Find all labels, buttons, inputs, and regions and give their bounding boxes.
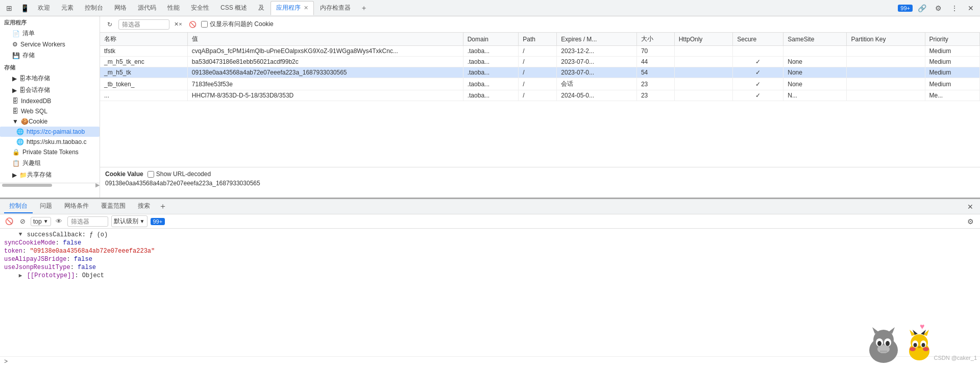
sidebar-hscroll[interactable]: ▶ — [0, 183, 100, 187]
table-cell: ba53d0473186e81ebb56021acdf99b2c — [187, 57, 463, 67]
console-line-text: token: "09138e0aa43568a4ab72e07eeefa223a… — [4, 248, 155, 255]
table-cell: ✓ — [733, 57, 783, 67]
tab-security[interactable]: 安全性 — [186, 1, 214, 15]
add-tab-icon[interactable]: ＋ — [357, 1, 371, 15]
tab-memory-inspector[interactable]: 内存检查器 — [315, 1, 356, 15]
table-row[interactable]: _tb_token_7183fee53f53e.taoba.../会话23✓No… — [100, 78, 980, 90]
expand-icon[interactable] — [19, 272, 25, 279]
cookie-expand-icon: ▼ — [12, 118, 18, 125]
console-filter-toggle[interactable]: ⊘ — [17, 216, 28, 227]
cv-title: Cookie Value — [105, 170, 143, 178]
clear-filter-icon[interactable]: ✕× — [173, 19, 184, 30]
tab-console-bottom[interactable]: 控制台 — [4, 200, 33, 213]
close-devtools-icon[interactable]: ✕ — [964, 1, 978, 15]
table-row[interactable]: tfstkcvqABpaOs_fcPM1i4mQlb-uPneEOalpxsKG… — [100, 46, 980, 57]
sidebar-item-local-storage[interactable]: ▶ 🗄 本地存储 — [0, 72, 100, 84]
console-line-text: useJsonpResultType: false — [4, 264, 96, 271]
sidebar-item-session-storage[interactable]: ▶ 🗄 会话存储 — [0, 84, 100, 96]
svg-point-5 — [886, 341, 890, 346]
svg-point-4 — [877, 341, 881, 346]
table-cell — [674, 57, 733, 67]
table-cell — [847, 78, 925, 90]
settings-icon[interactable]: ⚙ — [931, 1, 945, 15]
sidebar-item-websql[interactable]: 🗄 Web SQL — [0, 106, 100, 116]
tab-welcome[interactable]: 欢迎 — [33, 1, 55, 15]
device-mode-icon[interactable]: 📱 — [17, 1, 32, 15]
tab-performance[interactable]: 性能 — [162, 1, 185, 15]
table-cell — [674, 90, 733, 101]
cv-header: Cookie Value Show URL-decoded — [105, 170, 975, 178]
remote-devices-icon[interactable]: 🔗 — [915, 1, 929, 15]
tab-coverage[interactable]: 覆盖范围 — [96, 200, 131, 213]
tab-issues[interactable]: 问题 — [35, 200, 57, 213]
table-cell: .taoba... — [463, 46, 519, 57]
table-cell — [733, 46, 783, 57]
only-issues-checkbox[interactable] — [201, 21, 208, 28]
tab-misc[interactable]: 及 — [253, 1, 270, 15]
console-filter-input[interactable] — [67, 216, 108, 227]
cookie-filter-input[interactable] — [118, 19, 169, 30]
tab-network-conditions[interactable]: 网络条件 — [59, 200, 94, 213]
refresh-button[interactable]: ↻ — [104, 19, 115, 30]
sidebar-item-storage-header[interactable]: 💾 存储 — [0, 50, 100, 61]
tab-network[interactable]: 网络 — [109, 1, 132, 15]
sidebar-item-manifest[interactable]: 📄 清单 — [0, 28, 100, 39]
sidebar-item-shared-storage[interactable]: ▶ 📁 共享存储 — [0, 169, 100, 181]
clear-console-button[interactable]: 🚫 — [4, 216, 14, 227]
table-row[interactable]: _m_h5_tk_encba53d0473186e81ebb56021acdf9… — [100, 57, 980, 67]
level-chevron-icon: ▼ — [140, 218, 145, 224]
eye-icon[interactable]: 👁 — [54, 216, 64, 227]
sidebar-item-cookie-zc[interactable]: 🌐 https://zc-paimai.taob — [0, 127, 100, 137]
table-cell: ✓ — [733, 90, 783, 101]
tab-close-icon[interactable]: ✕ — [304, 5, 308, 11]
cv-show-url-label[interactable]: Show URL-decoded — [148, 170, 211, 178]
tab-sources[interactable]: 源代码 — [133, 1, 161, 15]
tab-application[interactable]: 应用程序 ✕ — [271, 1, 314, 15]
show-url-decoded-checkbox[interactable] — [148, 171, 154, 178]
main-area: 应用程序 📄 清单 ⚙ Service Workers 💾 存储 存储 ▶ 🗄 … — [0, 16, 980, 199]
table-cell: Me... — [925, 90, 979, 101]
table-row[interactable]: ...HHCl7M-8/353D-D-5-18/353D8/353D.taoba… — [100, 90, 980, 101]
tab-console[interactable]: 控制台 — [80, 1, 108, 15]
sidebar-item-cookie[interactable]: ▼ 🍪 Cookie — [0, 116, 100, 127]
table-cell: 2023-07-0... — [557, 67, 637, 78]
sidebar-item-private-state-tokens[interactable]: 🔒 Private State Tokens — [0, 147, 100, 157]
session-storage-icon: ▶ — [12, 87, 17, 94]
console-input[interactable] — [11, 358, 976, 365]
sidebar-item-interest-groups[interactable]: 📋 兴趣组 — [0, 157, 100, 169]
close-bottom-panel-button[interactable]: ✕ — [965, 201, 976, 212]
more-icon[interactable]: ⋮ — [947, 1, 962, 15]
sidebar-item-cookie-sku[interactable]: 🌐 https://sku.m.taobao.c — [0, 137, 100, 147]
console-settings-icon[interactable]: ⚙ — [965, 216, 976, 227]
table-cell: 44 — [636, 57, 674, 67]
new-tab-icon[interactable]: ⊞ — [2, 1, 16, 15]
top-context-selector[interactable]: top ▼ — [31, 217, 51, 226]
table-cell — [847, 57, 925, 67]
tab-elements[interactable]: 元素 — [56, 1, 79, 15]
bottom-area: 控制台 问题 网络条件 覆盖范围 搜索 ＋ ✕ 🚫 ⊘ top ▼ 👁 默认级别… — [0, 199, 980, 367]
add-panel-button[interactable]: ＋ — [157, 201, 168, 212]
cookie-table-wrap: 名称 值 Domain Path Expires / M... 大小 HttpO… — [100, 33, 980, 167]
tab-search[interactable]: 搜索 — [133, 200, 155, 213]
sidebar-item-service-workers[interactable]: ⚙ Service Workers — [0, 39, 100, 50]
table-cell: 2023-07-0... — [557, 57, 637, 67]
log-level-selector[interactable]: 默认级别 ▼ — [111, 215, 148, 227]
cookie-table: 名称 值 Domain Path Expires / M... 大小 HttpO… — [100, 33, 980, 101]
manifest-icon: 📄 — [12, 30, 20, 37]
table-cell: None — [783, 67, 847, 78]
table-row[interactable]: _m_h5_tk09138e0aa43568a4ab72e07eeefa223a… — [100, 67, 980, 78]
table-cell: 会话 — [557, 78, 637, 90]
delete-cookie-icon[interactable]: 🚫 — [187, 19, 198, 30]
sidebar-item-indexeddb[interactable]: 🗄 IndexedDB — [0, 96, 100, 106]
tab-css-overview[interactable]: CSS 概述 — [215, 1, 252, 15]
section-title-app: 应用程序 — [0, 16, 100, 28]
table-cell — [783, 46, 847, 57]
heart-icon: ♥ — [920, 322, 925, 331]
col-secure: Secure — [733, 33, 783, 46]
sidebar-right-arrow[interactable]: ▶ — [95, 182, 100, 188]
expand-icon[interactable] — [19, 231, 25, 237]
shared-storage-table-icon: 📁 — [19, 172, 27, 179]
chevron-down-icon: ▼ — [43, 218, 48, 224]
console-line: [[Prototype]]: Object — [4, 272, 976, 280]
table-cell — [674, 46, 733, 57]
